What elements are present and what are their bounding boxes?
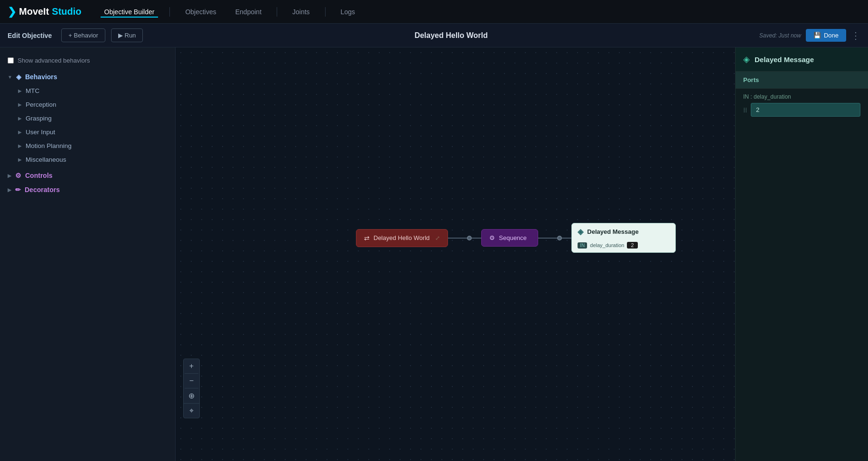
perception-label: Perception [26, 101, 56, 108]
nav-divider-2 [277, 7, 277, 17]
port-input-row: ⁞⁞ [743, 103, 860, 117]
right-panel-header: ◈ Delayed Message [736, 47, 868, 72]
connector-line-1 [448, 238, 467, 239]
zoom-in-button[interactable]: + [185, 359, 198, 374]
nav-divider-1 [169, 7, 170, 17]
sidebar-item-user-input[interactable]: ▶ User Input [0, 125, 175, 139]
right-panel-icon: ◈ [743, 54, 750, 65]
sequence-icon: ⚙ [489, 234, 495, 241]
logo-studio-text: Studio [52, 6, 81, 17]
sidebar-group-behaviors[interactable]: ▼ ◈ Behaviors [0, 70, 175, 84]
port-label: IN : delay_duration [743, 93, 860, 100]
connector-1 [448, 236, 481, 240]
nav-logs[interactable]: Logs [337, 6, 359, 18]
flow-canvas[interactable]: ⇄ Delayed Hello World ⤢ ⚙ Sequence [176, 47, 735, 461]
decorators-label: Decorators [25, 186, 60, 194]
connector-line-3 [538, 238, 557, 239]
behavior-node-port: IN delay_duration 2 [578, 242, 637, 249]
port-value: 2 [627, 242, 637, 249]
behavior-node[interactable]: ◈ Delayed Message IN delay_duration 2 [571, 223, 676, 253]
behavior-node-icon: ◈ [578, 227, 583, 236]
sidebar-item-grasping[interactable]: ▶ Grasping [0, 111, 175, 125]
miscellaneous-label: Miscellaneous [26, 156, 66, 163]
behavior-node-header: ◈ Delayed Message [578, 227, 638, 236]
connector-line-4 [562, 238, 571, 239]
sidebar-item-perception[interactable]: ▶ Perception [0, 98, 175, 111]
done-save-icon: 💾 [813, 32, 821, 39]
perception-chevron: ▶ [18, 102, 22, 107]
zoom-controls: + − ⊕ ⌖ [183, 359, 200, 418]
behaviors-chevron: ▼ [8, 74, 12, 80]
root-node-icon: ⇄ [364, 234, 370, 242]
miscellaneous-chevron: ▶ [18, 157, 22, 162]
logo-moveit-text: MoveIt [19, 6, 49, 17]
toolbar-right: Saved: Just now 💾 Done ⋮ [759, 29, 860, 42]
more-options-button[interactable]: ⋮ [851, 30, 860, 41]
user-input-label: User Input [26, 129, 55, 136]
right-panel: ◈ Delayed Message Ports IN : delay_durat… [735, 47, 868, 461]
motion-planning-label: Motion Planning [26, 142, 72, 149]
show-advanced-checkbox[interactable] [8, 57, 14, 64]
sequence-node[interactable]: ⚙ Sequence [481, 229, 538, 247]
connector-dot-1 [467, 236, 472, 240]
top-navigation: ❯ MoveIt Studio Objective Builder Object… [0, 0, 868, 24]
edit-objective-title: Edit Objective [8, 32, 52, 39]
app-logo: ❯ MoveIt Studio [8, 6, 82, 18]
run-button[interactable]: ▶ Run [111, 28, 143, 42]
sidebar-group-decorators[interactable]: ▶ ✏ Decorators [0, 183, 175, 197]
behaviors-icon: ◈ [16, 73, 21, 81]
user-input-chevron: ▶ [18, 129, 22, 135]
controls-label: Controls [25, 172, 53, 179]
add-behavior-button[interactable]: + Behavior [61, 28, 105, 42]
mtc-chevron: ▶ [18, 88, 22, 93]
connector-2 [538, 236, 571, 240]
decorators-icon: ✏ [15, 186, 21, 194]
saved-status: Saved: Just now [759, 32, 801, 39]
sidebar-group-controls[interactable]: ▶ ⚙ Controls [0, 168, 175, 183]
zoom-fit-button[interactable]: ⊕ [184, 388, 199, 404]
logo-arrow-icon: ❯ [8, 6, 16, 18]
show-advanced-row: Show advanced behaviors [0, 53, 175, 70]
grasping-chevron: ▶ [18, 116, 22, 121]
nav-objective-builder[interactable]: Objective Builder [101, 6, 159, 18]
sidebar: Show advanced behaviors ▼ ◈ Behaviors ▶ … [0, 47, 176, 461]
root-expand-icon: ⤢ [435, 235, 440, 241]
controls-chevron: ▶ [8, 173, 11, 178]
connector-line-2 [472, 238, 481, 239]
sidebar-item-motion-planning[interactable]: ▶ Motion Planning [0, 139, 175, 153]
sidebar-item-miscellaneous[interactable]: ▶ Miscellaneous [0, 153, 175, 166]
done-label: Done [824, 32, 839, 39]
nav-divider-3 [325, 7, 326, 17]
main-layout: Show advanced behaviors ▼ ◈ Behaviors ▶ … [0, 47, 868, 461]
nav-joints[interactable]: Joints [289, 6, 314, 18]
nav-endpoint[interactable]: Endpoint [232, 6, 265, 18]
done-button[interactable]: 💾 Done [806, 29, 846, 42]
port-name: delay_duration [590, 242, 624, 248]
decorators-chevron: ▶ [8, 187, 11, 193]
root-node-label: Delayed Hello World [373, 234, 429, 241]
right-panel-title: Delayed Message [755, 55, 814, 64]
show-advanced-label: Show advanced behaviors [18, 57, 90, 64]
sidebar-item-mtc[interactable]: ▶ MTC [0, 84, 175, 98]
port-row: IN : delay_duration ⁞⁞ [736, 89, 868, 121]
nav-objectives[interactable]: Objectives [181, 6, 220, 18]
mtc-label: MTC [26, 87, 39, 94]
behaviors-label: Behaviors [25, 73, 57, 81]
toolbar: Edit Objective + Behavior ▶ Run Delayed … [0, 24, 868, 47]
port-value-input[interactable] [751, 103, 860, 117]
behavior-node-label: Delayed Message [587, 228, 638, 235]
port-badge: IN [578, 242, 587, 249]
grasping-label: Grasping [26, 115, 52, 122]
zoom-reset-button[interactable]: ⌖ [185, 404, 198, 418]
port-drag-handle: ⁞⁞ [743, 106, 747, 114]
controls-icon: ⚙ [15, 172, 21, 179]
root-node[interactable]: ⇄ Delayed Hello World ⤢ [356, 229, 448, 247]
objective-title: Delayed Hello World [149, 31, 754, 40]
flow-container: ⇄ Delayed Hello World ⤢ ⚙ Sequence [356, 223, 676, 253]
connector-dot-2 [557, 236, 562, 240]
zoom-out-button[interactable]: − [185, 374, 198, 388]
ports-section: Ports [736, 72, 868, 89]
sequence-label: Sequence [499, 234, 527, 241]
motion-planning-chevron: ▶ [18, 143, 22, 148]
